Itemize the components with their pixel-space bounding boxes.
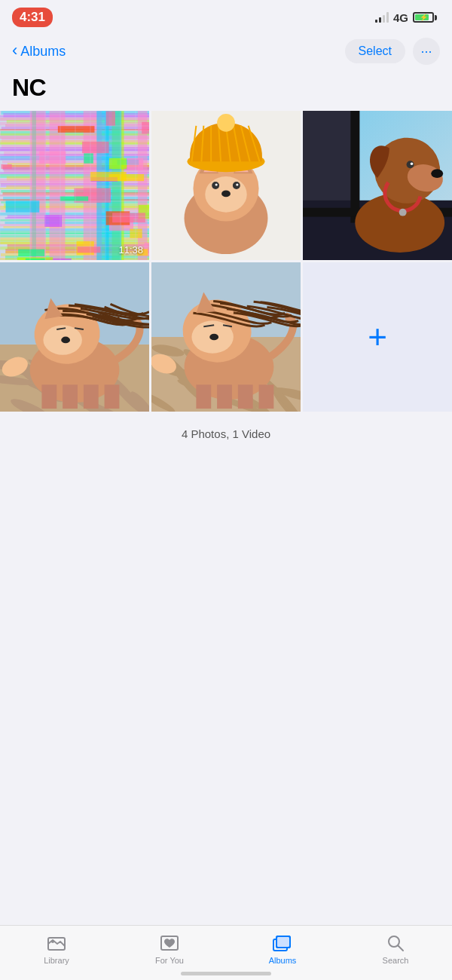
plus-icon: + — [368, 320, 387, 354]
photo-cell-5[interactable] — [151, 262, 301, 412]
signal-bar-4 — [386, 12, 389, 23]
photo-grid: 11:38 + — [0, 111, 452, 414]
select-button[interactable]: Select — [345, 39, 405, 63]
photo-count-info: 4 Photos, 1 Video — [0, 414, 452, 448]
signal-bars-icon — [375, 12, 389, 23]
photo-cell-2[interactable] — [151, 111, 301, 260]
tab-foryou-label: For You — [155, 956, 184, 965]
svg-line-7 — [399, 946, 404, 951]
back-chevron-icon: ‹ — [12, 42, 17, 59]
photo-image-5 — [151, 262, 301, 412]
photo-image-4 — [0, 262, 149, 412]
tab-library-label: Library — [44, 956, 69, 965]
svg-rect-4 — [276, 936, 290, 948]
foryou-icon — [160, 933, 179, 953]
albums-icon — [273, 933, 292, 953]
back-button[interactable]: ‹ Albums — [12, 44, 66, 60]
tab-library[interactable]: Library — [0, 933, 113, 965]
photo-cell-1[interactable]: 11:38 — [0, 111, 149, 260]
battery-icon: ⚡ — [413, 12, 437, 23]
photo-image-1 — [0, 111, 149, 260]
library-icon — [47, 933, 66, 953]
tab-albums-label: Albums — [269, 956, 297, 965]
more-button[interactable]: ··· — [413, 38, 440, 65]
status-time: 4:31 — [12, 8, 53, 27]
signal-bar-2 — [379, 17, 381, 23]
tab-foryou[interactable]: For You — [113, 933, 226, 965]
battery-cap — [435, 15, 437, 20]
nav-actions: Select ··· — [345, 38, 440, 65]
battery-bolt-icon: ⚡ — [420, 14, 428, 21]
photo-cell-3[interactable] — [303, 111, 452, 260]
tab-search-label: Search — [383, 956, 409, 965]
battery-body: ⚡ — [413, 12, 434, 23]
photo-image-2 — [151, 111, 301, 260]
status-right: 4G ⚡ — [375, 11, 437, 24]
photo-cell-4[interactable] — [0, 262, 149, 412]
signal-bar-3 — [383, 15, 385, 23]
tab-albums[interactable]: Albums — [226, 933, 339, 965]
photo-timestamp-1: 11:38 — [118, 244, 143, 256]
svg-point-1 — [51, 940, 54, 943]
nav-bar: ‹ Albums Select ··· — [0, 32, 452, 71]
network-type: 4G — [393, 11, 408, 24]
search-icon — [386, 933, 405, 953]
photo-count-text: 4 Photos, 1 Video — [182, 427, 270, 440]
signal-bar-1 — [375, 20, 377, 23]
album-title: NC — [0, 71, 452, 111]
add-photo-button[interactable]: + — [303, 262, 452, 412]
home-indicator — [181, 972, 271, 975]
tab-search[interactable]: Search — [339, 933, 452, 965]
photo-image-3 — [303, 111, 452, 260]
back-label: Albums — [20, 44, 66, 60]
status-bar: 4:31 4G ⚡ — [0, 0, 452, 32]
